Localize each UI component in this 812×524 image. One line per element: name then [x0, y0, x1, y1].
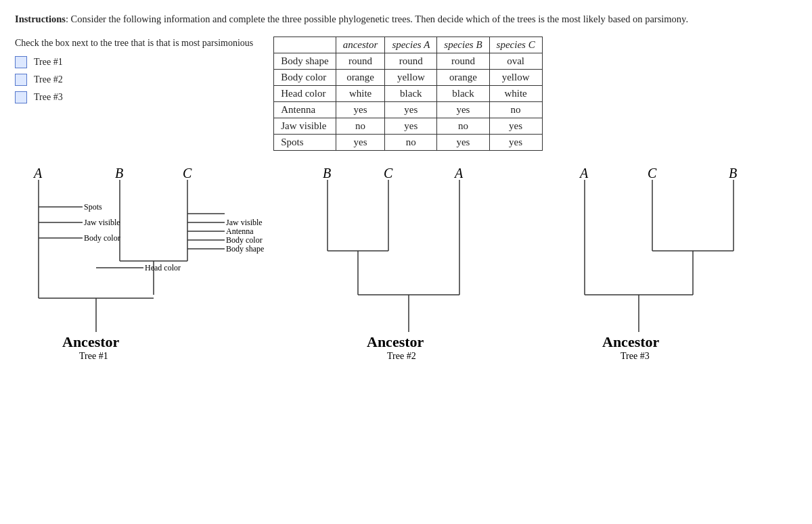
- val-spots-C: yes: [489, 134, 542, 150]
- tree1-trait-bodycolor-left: Body color: [84, 233, 120, 243]
- checkbox-label: Check the box next to the tree that is t…: [15, 37, 253, 50]
- table-row: Antenna yes yes yes no: [274, 101, 542, 118]
- val-headcolor-C: white: [489, 85, 542, 101]
- val-bodyshape-B: round: [437, 53, 489, 69]
- tree1-ancestor-label: Ancestor: [62, 333, 120, 350]
- trait-spots: Spots: [274, 134, 336, 150]
- val-antenna-C: no: [489, 101, 542, 118]
- val-headcolor-ancestor: white: [336, 85, 385, 101]
- tree1-bc-bodyshape: Body shape: [226, 244, 264, 254]
- tree3-subtitle: Tree #3: [621, 351, 650, 361]
- table-header-speciesC: species C: [489, 37, 542, 53]
- tree2-label-B: B: [323, 166, 331, 181]
- val-bodyshape-ancestor: round: [336, 53, 385, 69]
- tree3-ancestor-label: Ancestor: [602, 333, 660, 350]
- val-jaw-ancestor: no: [336, 118, 385, 134]
- tree1-bc-antenna: Antenna: [226, 227, 254, 236]
- tree1-checkbox[interactable]: [15, 56, 27, 68]
- table-header-row: ancestor species A species B species C: [274, 37, 542, 53]
- table-header-empty: [274, 37, 336, 53]
- val-jaw-B: no: [437, 118, 489, 134]
- tree1-trait-headcolor: Head color: [145, 263, 181, 272]
- val-bodycolor-C: yellow: [489, 69, 542, 85]
- tree3-label: Tree #3: [34, 92, 63, 103]
- tree2-checkbox[interactable]: [15, 74, 27, 86]
- table-row: Spots yes no yes yes: [274, 134, 542, 150]
- val-spots-B: yes: [437, 134, 489, 150]
- data-table: ancestor species A species B species C B…: [273, 37, 542, 151]
- tree2-subtitle: Tree #2: [387, 351, 416, 361]
- tree2-svg: B C A Ancestor Tree #2: [286, 163, 536, 366]
- tree1-subtitle: Tree #1: [79, 351, 108, 361]
- tree3-label-A: A: [579, 166, 589, 181]
- table-header-speciesA: species A: [385, 37, 437, 53]
- table-header-ancestor: ancestor: [336, 37, 385, 53]
- tree2-label-C: C: [384, 166, 393, 181]
- val-headcolor-B: black: [437, 85, 489, 101]
- table-row: Body shape round round round oval: [274, 53, 542, 69]
- tree2-option: Tree #2: [15, 74, 253, 86]
- tree3-svg: A C B Ancestor Tree #3: [543, 163, 800, 366]
- val-antenna-B: yes: [437, 101, 489, 118]
- tree1-svg: A B C Spots Jaw visible: [15, 163, 279, 366]
- val-bodycolor-A: yellow: [385, 69, 437, 85]
- tree1-label-B: B: [115, 166, 123, 181]
- val-bodyshape-A: round: [385, 53, 437, 69]
- val-bodycolor-ancestor: orange: [336, 69, 385, 85]
- trait-headcolor: Head color: [274, 85, 336, 101]
- tree3-label-C: C: [648, 166, 657, 181]
- tree3-label-B: B: [729, 166, 737, 181]
- table-row: Head color white black black white: [274, 85, 542, 101]
- tree1-option: Tree #1: [15, 56, 253, 68]
- val-spots-ancestor: yes: [336, 134, 385, 150]
- tree1-bc-bodycolor: Body color: [226, 235, 263, 245]
- top-section: Check the box next to the tree that is t…: [15, 37, 797, 151]
- left-panel: Check the box next to the tree that is t…: [15, 37, 253, 110]
- instructions-text: : Consider the following information and…: [66, 14, 688, 24]
- val-jaw-A: yes: [385, 118, 437, 134]
- tree3-checkbox[interactable]: [15, 91, 27, 103]
- tree1-trait-spots: Spots: [84, 202, 102, 212]
- tree1-label-A: A: [32, 166, 43, 181]
- trait-bodycolor: Body color: [274, 69, 336, 85]
- tree3-diagram: A C B Ancestor Tree #3: [543, 163, 800, 366]
- tree1-diagram: A B C Spots Jaw visible: [15, 163, 279, 366]
- tree1-trait-jaw: Jaw visible: [84, 218, 120, 227]
- table-row: Body color orange yellow orange yellow: [274, 69, 542, 85]
- trees-section: A B C Spots Jaw visible: [15, 163, 797, 366]
- trait-jawvisible: Jaw visible: [274, 118, 336, 134]
- table-header-speciesB: species B: [437, 37, 489, 53]
- tree1-bc-jawvisible: Jaw visible: [226, 218, 263, 227]
- val-spots-A: no: [385, 134, 437, 150]
- tree1-label: Tree #1: [34, 57, 63, 68]
- val-headcolor-A: black: [385, 85, 437, 101]
- val-antenna-ancestor: yes: [336, 101, 385, 118]
- tree3-option: Tree #3: [15, 91, 253, 103]
- tree1-label-C: C: [183, 166, 192, 181]
- tree2-label: Tree #2: [34, 74, 63, 85]
- val-bodycolor-B: orange: [437, 69, 489, 85]
- instructions: Instructions: Consider the following inf…: [15, 12, 797, 27]
- val-bodyshape-C: oval: [489, 53, 542, 69]
- tree2-diagram: B C A Ancestor Tree #2: [286, 163, 536, 366]
- val-antenna-A: yes: [385, 101, 437, 118]
- tree2-label-A: A: [453, 166, 464, 181]
- tree2-ancestor-label: Ancestor: [367, 333, 424, 350]
- trait-antenna: Antenna: [274, 101, 336, 118]
- val-jaw-C: yes: [489, 118, 542, 134]
- table-row: Jaw visible no yes no yes: [274, 118, 542, 134]
- instructions-bold: Instructions: [15, 14, 66, 24]
- trait-bodyshape: Body shape: [274, 53, 336, 69]
